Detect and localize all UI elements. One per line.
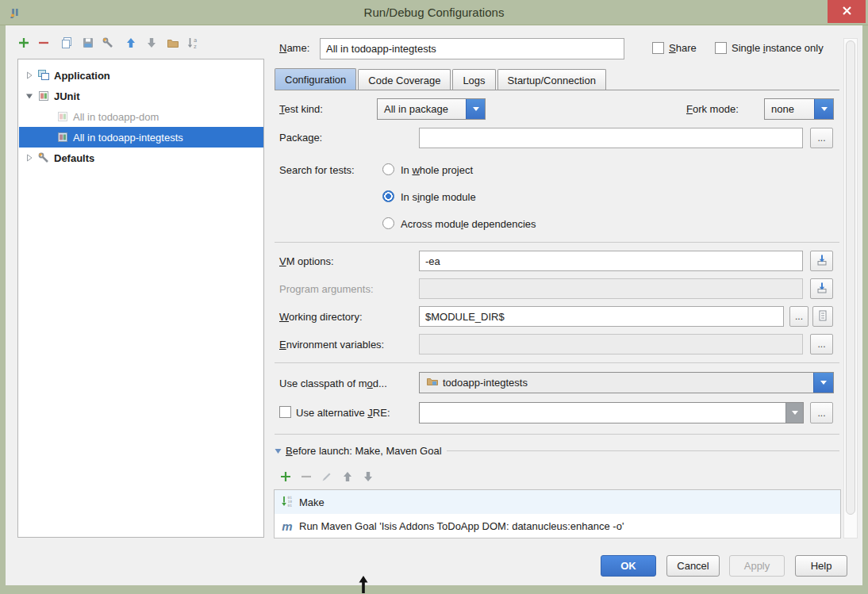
close-button[interactable] (828, 0, 866, 23)
tree-item-defaults[interactable]: Defaults (19, 148, 263, 168)
environment-variables-browse-button[interactable]: ... (810, 334, 833, 354)
test-kind-label: Test kind: (279, 103, 323, 115)
new-folder-button[interactable] (167, 36, 179, 49)
vertical-scrollbar[interactable] (843, 38, 858, 538)
chevron-down-icon[interactable] (466, 99, 485, 119)
radio-in-single-module-label: In single module (401, 191, 476, 203)
program-arguments-label: Program arguments: (279, 283, 374, 295)
maven-icon: m (281, 519, 294, 533)
copy-configuration-button[interactable] (60, 36, 73, 49)
sort-alphabetically-button[interactable]: az (186, 36, 199, 49)
save-configuration-button[interactable] (82, 36, 94, 49)
title-bar: JI Run/Debug Configurations (0, 0, 868, 25)
package-input[interactable] (419, 128, 803, 148)
separator (275, 362, 839, 363)
classpath-module-value: todoapp-integtests (443, 377, 528, 389)
chevron-down-icon[interactable] (785, 403, 803, 423)
window-border-right (862, 25, 868, 594)
tab-bar: Configuration Code Coverage Logs Startup… (275, 68, 608, 90)
expand-arrow-icon[interactable] (23, 154, 36, 162)
before-launch-item-maven-goal[interactable]: m Run Maven Goal 'Isis Addons ToDoApp DO… (275, 514, 840, 538)
chevron-down-icon[interactable] (813, 373, 833, 393)
move-down-button[interactable] (145, 36, 158, 49)
expand-arrow-icon[interactable] (23, 71, 36, 79)
header-rule (447, 450, 839, 451)
radio-in-single-module[interactable] (382, 190, 394, 202)
before-launch-title: Before launch: Make, Maven Goal (286, 445, 442, 457)
tree-item-label: Application (54, 70, 110, 82)
package-label: Package: (279, 132, 322, 144)
working-directory-macros-button[interactable] (812, 306, 833, 327)
add-configuration-button[interactable] (17, 36, 30, 49)
before-launch-add-button[interactable] (279, 470, 292, 483)
alternative-jre-dropdown[interactable] (419, 402, 804, 423)
single-instance-label: Single instance only (732, 42, 824, 54)
window-border-bottom (0, 585, 868, 594)
vm-options-expand-button[interactable] (810, 251, 833, 271)
module-icon (426, 375, 439, 390)
radio-in-whole-project[interactable] (382, 163, 394, 175)
tree-item-label: JUnit (54, 90, 80, 102)
collapse-arrow-icon[interactable] (23, 92, 36, 100)
before-launch-remove-button[interactable] (300, 470, 313, 483)
tab-configuration[interactable]: Configuration (275, 68, 356, 90)
vm-options-input[interactable]: -ea (419, 251, 803, 271)
working-directory-browse-button[interactable]: ... (789, 306, 808, 327)
test-kind-dropdown[interactable]: All in package (377, 98, 486, 120)
test-kind-value: All in package (384, 103, 448, 115)
share-checkbox[interactable] (652, 42, 664, 54)
radio-across-module-dependencies-label: Across module dependencies (401, 218, 536, 230)
working-directory-input[interactable]: $MODULE_DIR$ (419, 306, 784, 327)
use-classpath-label: Use classpath of mod... (279, 377, 387, 389)
package-browse-button[interactable]: ... (810, 128, 833, 148)
use-alternative-jre-checkbox[interactable] (279, 406, 291, 418)
single-instance-checkbox[interactable] (715, 42, 727, 54)
junit-icon (37, 90, 50, 102)
tree-item-junit[interactable]: JUnit (19, 86, 263, 106)
before-launch-edit-button[interactable] (321, 470, 333, 483)
collapse-triangle-icon[interactable] (275, 447, 282, 454)
document-lines-icon (816, 309, 829, 324)
working-directory-label: Working directory: (279, 311, 363, 323)
svg-text:z: z (194, 44, 197, 49)
run-debug-configurations-dialog: JI Run/Debug Configurations (0, 0, 868, 594)
alternative-jre-browse-button[interactable]: ... (810, 402, 833, 423)
classpath-module-dropdown[interactable]: todoapp-integtests (419, 372, 834, 393)
edit-defaults-button[interactable] (102, 36, 114, 49)
dialog-content: az Application JUnit All in to (6, 25, 862, 585)
before-launch-item-label: Make (299, 496, 325, 508)
ellipsis-icon: ... (817, 339, 825, 350)
name-input[interactable]: All in todoapp-integtests (320, 38, 624, 59)
tab-divider (275, 90, 839, 90)
svg-text:a: a (194, 37, 197, 44)
before-launch-item-make[interactable]: 011001 Make (275, 490, 840, 514)
cancel-button[interactable]: Cancel (666, 555, 720, 577)
before-launch-move-up-button[interactable] (341, 470, 354, 483)
expand-field-icon (816, 282, 828, 297)
window-border-left (0, 25, 6, 594)
fork-mode-dropdown[interactable]: none (764, 98, 834, 120)
name-value: All in todoapp-integtests (326, 43, 436, 55)
ok-button[interactable]: OK (601, 555, 656, 577)
program-arguments-expand-button[interactable] (810, 278, 833, 299)
before-launch-header[interactable]: Before launch: Make, Maven Goal (275, 445, 839, 457)
tab-startup-connection[interactable]: Startup/Connection (497, 69, 606, 90)
move-up-button[interactable] (125, 36, 137, 49)
ellipsis-icon: ... (817, 408, 825, 419)
tree-item-label: Defaults (54, 152, 94, 164)
before-launch-move-down-button[interactable] (362, 470, 374, 483)
radio-across-module-dependencies[interactable] (382, 217, 394, 229)
tab-logs[interactable]: Logs (452, 69, 495, 90)
tree-item-application[interactable]: Application (19, 65, 263, 86)
search-for-tests-label: Search for tests: (279, 164, 355, 176)
help-button[interactable]: Help (795, 555, 847, 577)
scrollbar-thumb[interactable] (846, 40, 855, 515)
tab-code-coverage[interactable]: Code Coverage (358, 69, 451, 90)
chevron-down-icon[interactable] (814, 99, 833, 119)
tree-item-all-in-todoapp-dom[interactable]: All in todoapp-dom (19, 106, 263, 127)
remove-configuration-button[interactable] (37, 36, 50, 49)
tree-item-all-in-todoapp-integtests[interactable]: All in todoapp-integtests (19, 127, 263, 148)
tree-item-label: All in todoapp-dom (73, 111, 159, 123)
tree-item-label: All in todoapp-integtests (73, 132, 183, 144)
fork-mode-label: Fork mode: (686, 103, 739, 115)
